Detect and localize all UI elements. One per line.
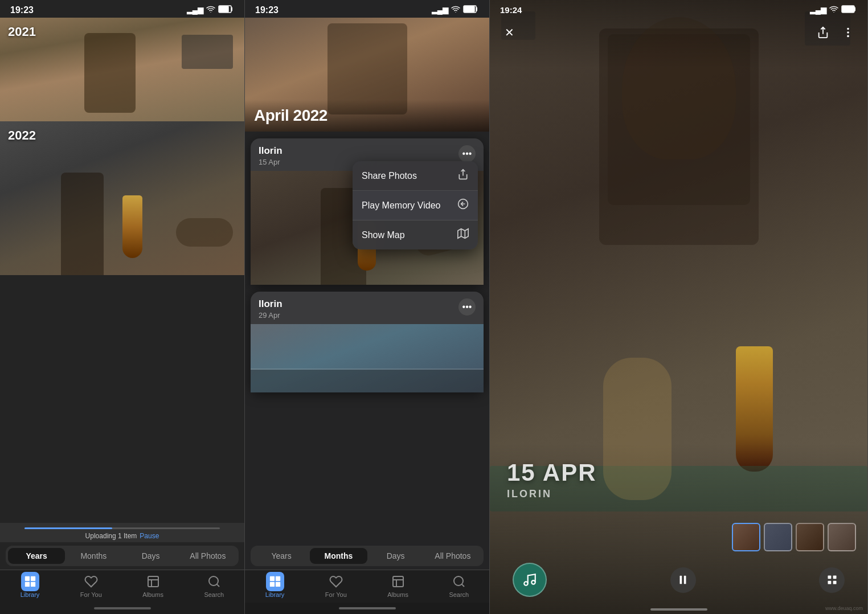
- nav-search-label-2: Search: [449, 591, 469, 598]
- tab-years-1[interactable]: Years: [8, 548, 65, 564]
- tab-days-1[interactable]: Days: [122, 548, 179, 564]
- tab-pill-bar-2: Years Months Days All Photos: [251, 546, 484, 566]
- nav-library-2[interactable]: Library: [265, 574, 285, 598]
- home-indicator-2: [245, 603, 489, 614]
- svg-rect-23: [842, 6, 854, 12]
- upload-bar: Uploading 1 Item Pause: [0, 523, 244, 542]
- progress-track: [24, 527, 220, 529]
- play-memory-item[interactable]: Play Memory Video: [353, 191, 478, 220]
- music-note-button[interactable]: [513, 563, 547, 597]
- three-dot-btn-1[interactable]: •••: [458, 145, 476, 162]
- share-button[interactable]: [813, 22, 833, 43]
- memory-card-2-title: Ilorin: [259, 298, 282, 310]
- thumbnail-4[interactable]: [828, 523, 856, 551]
- battery-icon-3: [841, 5, 857, 15]
- svg-rect-17: [275, 576, 280, 581]
- p3-top-controls: ✕: [490, 18, 867, 47]
- search-icon-1: [206, 574, 222, 590]
- nav-foryou-label-1: For You: [80, 591, 102, 598]
- library-icon-2: [267, 574, 283, 590]
- more-button[interactable]: [838, 22, 858, 43]
- pause-button[interactable]: [670, 567, 696, 593]
- close-button[interactable]: ✕: [499, 22, 519, 43]
- show-map-label: Show Map: [362, 230, 405, 240]
- svg-rect-35: [833, 581, 836, 584]
- signal-icon: ▂▄▆: [187, 6, 203, 14]
- tab-allphotos-2[interactable]: All Photos: [424, 548, 481, 564]
- memory-card-2: Ilorin 29 Apr •••: [251, 292, 484, 392]
- home-indicator-3: [650, 608, 707, 611]
- map-icon: [457, 228, 469, 242]
- panel-2: 19:23 ▂▄▆ April 2022: [245, 0, 490, 614]
- status-icons-1: ▂▄▆: [187, 5, 234, 15]
- photo-grid-1: 2021 2022: [0, 18, 244, 523]
- year-label-2021: 2021: [8, 24, 36, 39]
- tab-months-1[interactable]: Months: [65, 548, 122, 564]
- share-photos-item[interactable]: Share Photos: [353, 161, 478, 191]
- three-dot-btn-2[interactable]: •••: [458, 298, 476, 316]
- svg-rect-1: [219, 6, 228, 12]
- signal-icon-3: ▂▄▆: [810, 6, 826, 14]
- tab-months-2[interactable]: Months: [310, 548, 367, 564]
- play-memory-icon: [457, 198, 469, 212]
- bottom-nav-2: Library For You Albums: [245, 570, 489, 603]
- panel-1: 19:23 ▂▄▆: [0, 0, 245, 614]
- fullscreen-photo: [490, 0, 867, 614]
- grid-view-button[interactable]: [819, 567, 845, 593]
- svg-rect-16: [269, 576, 274, 581]
- memory-month-year: April 2022: [254, 107, 480, 125]
- nav-albums-label-1: Albums: [142, 591, 163, 598]
- thumbnail-3[interactable]: [796, 523, 824, 551]
- nav-library-label-1: Library: [21, 591, 40, 598]
- nav-foryou-1[interactable]: For You: [80, 574, 102, 598]
- p3-top-right-controls: [813, 22, 858, 43]
- show-map-item[interactable]: Show Map: [353, 220, 478, 249]
- nav-search-label-1: Search: [204, 591, 224, 598]
- nav-albums-1[interactable]: Albums: [142, 574, 163, 598]
- svg-rect-31: [684, 576, 686, 584]
- time-1: 19:23: [10, 5, 34, 15]
- svg-point-21: [454, 576, 463, 586]
- memory-header: April 2022: [245, 18, 489, 132]
- tab-allphotos-1[interactable]: All Photos: [179, 548, 236, 564]
- thumbnail-1[interactable]: [732, 523, 760, 551]
- memory-card-1: Ilorin 15 Apr ••• Share Photos: [251, 138, 484, 285]
- nav-library-1[interactable]: Library: [21, 574, 40, 598]
- tab-years-2[interactable]: Years: [253, 548, 310, 564]
- location-text: ILORIN: [507, 488, 850, 500]
- year-photo-2021[interactable]: [0, 18, 244, 121]
- svg-rect-32: [828, 576, 831, 579]
- status-icons-2: ▂▄▆: [432, 5, 479, 15]
- svg-marker-13: [458, 229, 468, 239]
- home-indicator-1: [0, 603, 244, 614]
- memory-header-title: April 2022: [245, 100, 489, 132]
- svg-rect-5: [30, 582, 35, 587]
- tab-days-2[interactable]: Days: [367, 548, 424, 564]
- nav-albums-2[interactable]: Albums: [387, 574, 408, 598]
- nav-albums-label-2: Albums: [387, 591, 408, 598]
- svg-rect-6: [148, 576, 158, 587]
- time-3: 19:24: [500, 5, 522, 15]
- thumbnail-2[interactable]: [764, 523, 792, 551]
- status-bar-3: 19:24 ▂▄▆: [490, 0, 867, 18]
- svg-rect-19: [275, 582, 280, 587]
- wifi-icon: [206, 5, 215, 15]
- nav-search-2[interactable]: Search: [449, 574, 469, 598]
- svg-rect-9: [464, 6, 474, 12]
- wifi-icon-3: [829, 5, 838, 15]
- search-icon-2: [451, 574, 467, 590]
- upload-text: Uploading 1 Item Pause: [85, 532, 159, 540]
- svg-point-27: [847, 36, 849, 37]
- pause-link[interactable]: Pause: [140, 532, 159, 540]
- year-section-2021[interactable]: 2021: [0, 18, 244, 121]
- memory-card-2-photo[interactable]: [251, 324, 484, 392]
- year-photo-2022[interactable]: [0, 121, 244, 275]
- year-section-2022[interactable]: 2022: [0, 121, 244, 275]
- play-memory-label: Play Memory Video: [362, 200, 440, 211]
- svg-point-29: [531, 580, 535, 584]
- nav-search-1[interactable]: Search: [204, 574, 224, 598]
- memory-card-2-date: 29 Apr: [259, 311, 282, 320]
- nav-foryou-2[interactable]: For You: [325, 574, 347, 598]
- foryou-icon-2: [328, 574, 344, 590]
- svg-rect-3: [30, 576, 35, 581]
